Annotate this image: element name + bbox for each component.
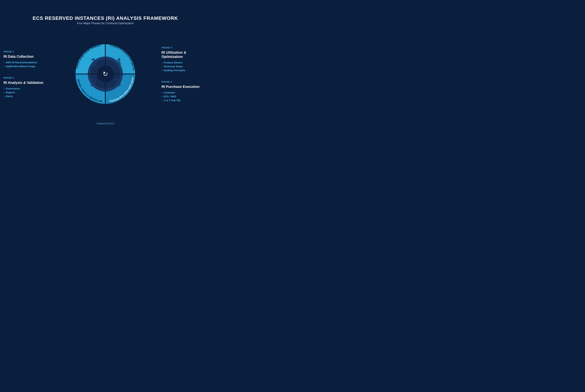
list-item: Alerts — [4, 95, 49, 98]
list-item: Reports — [4, 91, 49, 94]
page-subtitle: Four Major Phases for Continual Optimiza… — [33, 22, 178, 25]
wheel-container: 1 2 3 4 Gather usage-based instance data… — [49, 30, 162, 118]
q3-number: 3 — [115, 76, 121, 89]
phase1-block: PHASE 1 RI Data Collection AWS RI Recomm… — [4, 50, 49, 68]
q2-number: 2 — [90, 76, 97, 89]
footer: Created by ECS — [96, 122, 114, 125]
wheel-svg: 1 2 3 4 Gather usage-based instance data… — [63, 32, 147, 116]
list-item: Governance — [4, 87, 49, 90]
phase4-block: PHASE 4 RI Utilization & Optimization Pr… — [162, 46, 207, 72]
phase1-items: AWS RI Recommendations Application-Based… — [4, 61, 49, 68]
phase2-title: RI Analysis & Validation — [4, 80, 49, 85]
footer-text: Created by ECS — [96, 122, 114, 125]
phase2-block: PHASE 2 RI Analysis & Validation Governa… — [4, 76, 49, 98]
page-wrapper: ECS RESERVED INSTANCES (RI) ANALYSIS FRA… — [4, 16, 207, 125]
phase3-title: RI Purchase Execution — [162, 84, 207, 89]
q4-number: 4 — [115, 56, 121, 68]
page-title: ECS RESERVED INSTANCES (RI) ANALYSIS FRA… — [33, 16, 178, 21]
header: ECS RESERVED INSTANCES (RI) ANALYSIS FRA… — [33, 16, 178, 25]
list-item: AWS RI Recommendations — [4, 61, 49, 64]
main-layout: PHASE 1 RI Data Collection AWS RI Recomm… — [4, 30, 207, 118]
list-item: Technical Teams — [162, 65, 207, 68]
phase1-label: PHASE 1 — [4, 50, 49, 53]
phase4-title: RI Utilization & Optimization — [162, 50, 207, 59]
phase4-items: Product Owners Technical Teams Guiding P… — [162, 61, 207, 72]
phase4-label: PHASE 4 — [162, 46, 207, 49]
list-item: ECS / AWS — [162, 95, 207, 98]
phase1-title: RI Data Collection — [4, 54, 49, 58]
list-item: Application-Based Usage — [4, 65, 49, 68]
phase2-items: Governance Reports Alerts — [4, 87, 49, 98]
q1-number: 1 — [90, 56, 97, 68]
wheel: 1 2 3 4 Gather usage-based instance data… — [63, 32, 147, 116]
list-item: Guiding Principles — [162, 69, 207, 72]
phase3-block: PHASE 3 RI Purchase Execution Customer E… — [162, 80, 207, 102]
refresh-icon: ↻ — [103, 70, 108, 78]
phase3-label: PHASE 3 — [162, 80, 207, 83]
right-panel: PHASE 4 RI Utilization & Optimization Pr… — [162, 46, 207, 102]
phase2-label: PHASE 2 — [4, 76, 49, 79]
list-item: 1 or 3 Year RIs — [162, 99, 207, 102]
list-item: Product Owners — [162, 61, 207, 64]
left-panel: PHASE 1 RI Data Collection AWS RI Recomm… — [4, 50, 49, 98]
list-item: Customer — [162, 91, 207, 94]
phase3-items: Customer ECS / AWS 1 or 3 Year RIs — [162, 91, 207, 102]
